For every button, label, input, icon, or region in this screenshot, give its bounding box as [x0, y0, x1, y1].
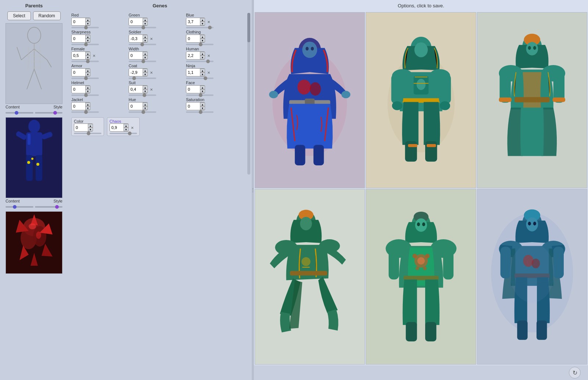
parent-image-2[interactable] — [6, 117, 62, 198]
gene-input-width[interactable]: ▲ ▼ — [129, 51, 148, 60]
gene-up-human[interactable]: ▲ — [200, 52, 205, 55]
gene-down-saturation[interactable]: ▼ — [200, 106, 205, 110]
gene-x-soldier[interactable]: × — [148, 36, 154, 42]
gene-down-red[interactable]: ▼ — [85, 22, 90, 25]
gene-down-suit[interactable]: ▼ — [143, 89, 148, 93]
gene-x-ninja[interactable]: × — [206, 69, 212, 75]
gene-input-saturation[interactable]: ▲ ▼ — [186, 102, 205, 110]
gene-down-female[interactable]: ▼ — [85, 55, 90, 59]
gene-down-clothing[interactable]: ▼ — [200, 39, 205, 42]
gene-up-ninja[interactable]: ▲ — [200, 69, 205, 72]
gene-slider-suit[interactable] — [129, 94, 156, 96]
gene-value-saturation[interactable] — [187, 104, 200, 108]
gene-down-hue[interactable]: ▼ — [143, 106, 148, 110]
gene-down-ninja[interactable]: ▼ — [200, 72, 205, 76]
gene-up-face[interactable]: ▲ — [200, 86, 205, 89]
genes-scroll-area[interactable]: Red ▲ ▼ Green — [70, 11, 250, 377]
gene-down-width[interactable]: ▼ — [143, 55, 148, 59]
gene-x-blue[interactable]: × — [206, 19, 212, 25]
gene-up-hue[interactable]: ▲ — [143, 103, 148, 106]
gene-down-soldier[interactable]: ▼ — [143, 39, 148, 42]
content-slider-2[interactable] — [6, 206, 33, 208]
gene-slider-female[interactable] — [71, 61, 99, 62]
gene-slider-green[interactable] — [129, 27, 156, 28]
gene-value-jacket[interactable] — [72, 104, 85, 108]
gene-down-jacket[interactable]: ▼ — [85, 106, 90, 110]
gene-value-hue[interactable] — [130, 104, 143, 108]
random-button[interactable]: Random — [33, 11, 61, 20]
gene-slider-face[interactable] — [186, 94, 214, 96]
gene-up-blue[interactable]: ▲ — [200, 18, 205, 22]
chaos-up[interactable]: ▲ — [123, 124, 129, 128]
gene-slider-jacket[interactable] — [71, 111, 99, 113]
gene-down-green[interactable]: ▼ — [143, 22, 148, 25]
gene-x-female[interactable]: × — [91, 53, 97, 58]
gene-up-clothing[interactable]: ▲ — [200, 35, 205, 39]
gene-value-width[interactable] — [130, 53, 143, 58]
style-slider-2[interactable] — [35, 206, 63, 208]
gene-slider-hue[interactable] — [129, 111, 156, 113]
gene-input-clothing[interactable]: ▲ ▼ — [186, 35, 205, 43]
color-value[interactable] — [75, 125, 88, 130]
color-up[interactable]: ▲ — [88, 124, 93, 128]
gene-slider-armor[interactable] — [71, 78, 99, 79]
gene-input-red[interactable]: ▲ ▼ — [71, 18, 90, 26]
result-image-4[interactable] — [255, 189, 365, 365]
gene-up-green[interactable]: ▲ — [143, 18, 148, 22]
gene-input-sharpness[interactable]: ▲ ▼ — [71, 35, 90, 43]
gene-value-face[interactable] — [187, 87, 200, 92]
content-slider-1[interactable] — [6, 112, 33, 114]
gene-up-soldier[interactable]: ▲ — [143, 35, 148, 39]
result-image-1[interactable] — [255, 12, 365, 188]
gene-value-blue[interactable] — [187, 19, 200, 24]
gene-down-human[interactable]: ▼ — [200, 55, 205, 59]
gene-value-ninja[interactable] — [187, 70, 200, 75]
style-slider-1[interactable] — [35, 112, 63, 114]
gene-input-green[interactable]: ▲ ▼ — [129, 18, 148, 26]
gene-slider-saturation[interactable] — [186, 111, 214, 113]
gene-up-red[interactable]: ▲ — [85, 18, 90, 22]
result-image-2[interactable] — [366, 12, 476, 188]
color-down[interactable]: ▼ — [88, 128, 93, 131]
gene-value-clothing[interactable] — [187, 36, 200, 41]
chaos-down[interactable]: ▼ — [123, 128, 129, 131]
chaos-value[interactable] — [111, 125, 123, 130]
gene-slider-ninja[interactable] — [186, 78, 214, 79]
gene-input-armor[interactable]: ▲ ▼ — [71, 68, 90, 76]
gene-down-coat[interactable]: ▼ — [143, 72, 148, 76]
gene-input-soldier[interactable]: ▲ ▼ — [129, 35, 148, 43]
gene-value-coat[interactable] — [130, 70, 143, 75]
chaos-input[interactable]: ▲ ▼ — [110, 123, 129, 132]
gene-up-helmet[interactable]: ▲ — [85, 86, 90, 89]
gene-input-suit[interactable]: ▲ ▼ — [129, 85, 148, 93]
gene-slider-coat[interactable] — [129, 78, 156, 79]
gene-value-female[interactable] — [72, 53, 85, 58]
gene-down-armor[interactable]: ▼ — [85, 72, 90, 76]
gene-slider-blue[interactable] — [186, 27, 214, 28]
gene-slider-soldier[interactable] — [129, 44, 156, 45]
parent-image-3[interactable] — [6, 211, 62, 274]
options-header[interactable]: Options, click to save. — [254, 0, 588, 11]
gene-up-armor[interactable]: ▲ — [85, 69, 90, 72]
gene-input-jacket[interactable]: ▲ ▼ — [71, 102, 90, 110]
gene-up-width[interactable]: ▲ — [143, 52, 148, 55]
gene-value-human[interactable] — [187, 53, 200, 58]
select-button[interactable]: Select — [7, 11, 31, 20]
gene-up-sharpness[interactable]: ▲ — [85, 35, 90, 39]
gene-x-suit[interactable]: × — [148, 86, 154, 92]
gene-slider-width[interactable] — [129, 61, 156, 62]
gene-slider-sharpness[interactable] — [71, 44, 99, 45]
gene-down-face[interactable]: ▼ — [200, 89, 205, 93]
color-input[interactable]: ▲ ▼ — [74, 123, 93, 132]
gene-input-helmet[interactable]: ▲ ▼ — [71, 85, 90, 93]
color-slider[interactable] — [74, 133, 101, 134]
gene-x-human[interactable]: × — [206, 53, 212, 58]
gene-input-face[interactable]: ▲ ▼ — [186, 85, 205, 93]
gene-input-ninja[interactable]: ▲ ▼ — [186, 68, 205, 76]
chaos-x-btn[interactable]: × — [129, 125, 135, 130]
refresh-button[interactable]: ↻ — [569, 367, 581, 379]
gene-value-armor[interactable] — [72, 70, 85, 75]
result-image-6[interactable] — [477, 189, 587, 365]
gene-input-female[interactable]: ▲ ▼ — [71, 51, 90, 60]
gene-slider-clothing[interactable] — [186, 44, 214, 45]
